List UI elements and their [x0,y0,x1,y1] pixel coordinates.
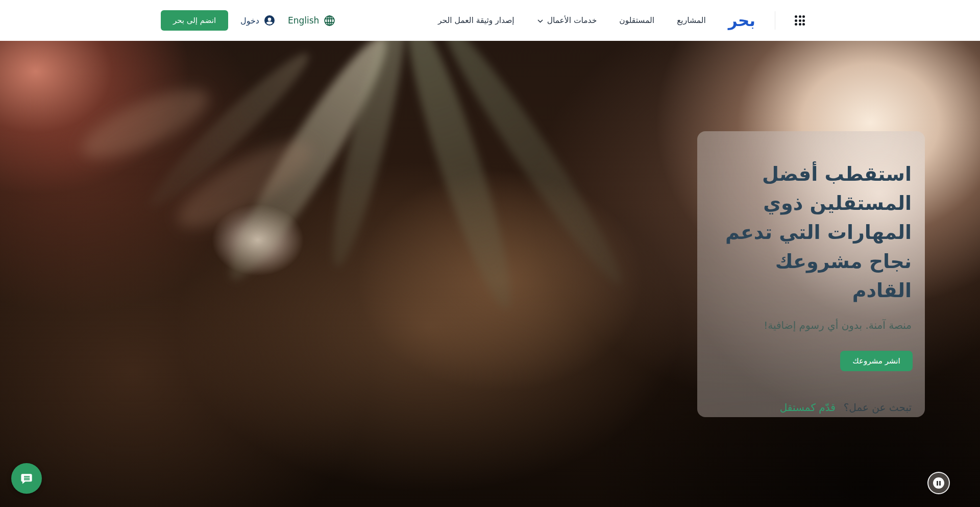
language-switcher[interactable]: English [288,14,336,27]
apply-as-freelancer-link[interactable]: قدّم كمستقل [780,401,836,414]
pause-icon [933,477,944,489]
freelancer-prompt-text: تبحث عن عمل؟ [844,401,912,414]
hero-subtitle: منصة آمنة. بدون أي رسوم إضافية! [764,319,912,331]
apps-grid-icon[interactable] [795,15,805,26]
nav-divider [775,11,775,30]
hero-section: استقطب أفضل المستقلين ذوي المهارات التي … [0,41,980,507]
language-label: English [288,15,319,26]
publish-project-button[interactable]: انشر مشروعك [840,351,913,371]
nav-item-business-services[interactable]: خدمات الأعمال [537,16,597,25]
nav-item-freelance-document[interactable]: إصدار وثيقة العمل الحر [438,16,514,25]
top-navigation-bar: بحر المشاريع المستقلون خدمات الأعمال إصد… [0,0,980,41]
chevron-down-icon [537,18,544,25]
login-button[interactable]: دخول [240,14,276,27]
video-pause-button[interactable] [927,472,950,494]
freelancer-prompt-row: تبحث عن عمل؟ قدّم كمستقل [780,401,912,414]
chat-bubble-icon [19,471,34,486]
account-circle-icon [263,14,276,27]
nav-item-projects[interactable]: المشاريع [677,16,706,25]
bahr-landing-page: { "colors": { "brand_green": "#2E9B63", … [0,0,980,507]
hero-title: استقطب أفضل المستقلين ذوي المهارات التي … [702,160,912,305]
chat-fab-button[interactable] [11,463,42,494]
bahr-logo[interactable]: بحر [728,11,755,30]
nav-item-freelancers[interactable]: المستقلون [619,16,654,25]
join-bahr-button[interactable]: انضم إلى بحر [161,10,228,31]
login-label: دخول [240,16,259,26]
main-nav: بحر المشاريع المستقلون خدمات الأعمال إصد… [438,11,805,30]
globe-icon [323,14,336,27]
account-cluster: English دخول انضم إلى بحر [161,10,336,31]
hero-glass-card: استقطب أفضل المستقلين ذوي المهارات التي … [697,131,925,417]
